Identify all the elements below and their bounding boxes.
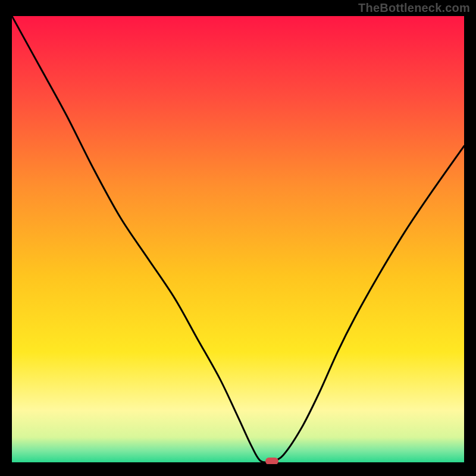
optimal-marker xyxy=(265,458,278,464)
bottleneck-curve xyxy=(12,16,464,464)
plot-area xyxy=(12,16,464,464)
chart-frame: TheBottleneck.com xyxy=(0,0,476,476)
watermark-label: TheBottleneck.com xyxy=(358,1,470,15)
